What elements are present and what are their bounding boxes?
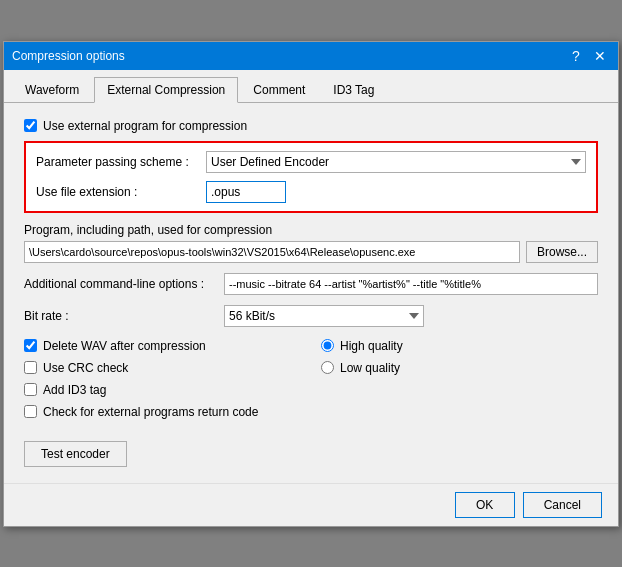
tab-external-compression[interactable]: External Compression [94, 77, 238, 103]
test-encoder-section: Test encoder [24, 441, 598, 467]
use-file-ext-label: Use file extension : [36, 185, 206, 199]
use-external-row: Use external program for compression [24, 119, 598, 133]
parameter-passing-row: Parameter passing scheme : User Defined … [36, 151, 586, 173]
quality-column: High quality Low quality [301, 339, 598, 427]
program-row: Program, including path, used for compre… [24, 223, 598, 263]
parameter-passing-select[interactable]: User Defined Encoder Lame MP3 Encoder OG… [206, 151, 586, 173]
cmdline-row: Additional command-line options : [24, 273, 598, 295]
use-crc-row: Use CRC check [24, 361, 301, 375]
tab-content-external-compression: Use external program for compression Par… [4, 103, 618, 483]
add-id3-label: Add ID3 tag [43, 383, 106, 397]
high-quality-row: High quality [321, 339, 598, 353]
title-bar-buttons: ? ✕ [566, 46, 610, 66]
delete-wav-row: Delete WAV after compression [24, 339, 301, 353]
browse-button[interactable]: Browse... [526, 241, 598, 263]
close-button[interactable]: ✕ [590, 46, 610, 66]
use-external-checkbox[interactable] [24, 119, 37, 132]
parameter-passing-label: Parameter passing scheme : [36, 155, 206, 169]
use-file-ext-input[interactable] [206, 181, 286, 203]
low-quality-radio[interactable] [321, 361, 334, 374]
program-label: Program, including path, used for compre… [24, 223, 598, 237]
help-button[interactable]: ? [566, 46, 586, 66]
high-quality-label: High quality [340, 339, 403, 353]
check-return-row: Check for external programs return code [24, 405, 301, 419]
low-quality-label: Low quality [340, 361, 400, 375]
cancel-button[interactable]: Cancel [523, 492, 602, 518]
dialog-title: Compression options [12, 49, 125, 63]
tab-id3-tag[interactable]: ID3 Tag [320, 77, 387, 103]
high-quality-radio[interactable] [321, 339, 334, 352]
delete-wav-label: Delete WAV after compression [43, 339, 206, 353]
bitrate-label: Bit rate : [24, 309, 224, 323]
bitrate-row: Bit rate : 32 kBit/s 40 kBit/s 48 kBit/s… [24, 305, 598, 327]
bitrate-select[interactable]: 32 kBit/s 40 kBit/s 48 kBit/s 56 kBit/s … [224, 305, 424, 327]
title-bar: Compression options ? ✕ [4, 42, 618, 70]
checkboxes-column: Delete WAV after compression Use CRC che… [24, 339, 301, 427]
add-id3-checkbox[interactable] [24, 383, 37, 396]
test-encoder-button[interactable]: Test encoder [24, 441, 127, 467]
program-path-input[interactable] [24, 241, 520, 263]
low-quality-row: Low quality [321, 361, 598, 375]
add-id3-row: Add ID3 tag [24, 383, 301, 397]
use-crc-label: Use CRC check [43, 361, 128, 375]
highlighted-section: Parameter passing scheme : User Defined … [24, 141, 598, 213]
check-return-label: Check for external programs return code [43, 405, 258, 419]
delete-wav-checkbox[interactable] [24, 339, 37, 352]
cmdline-label: Additional command-line options : [24, 277, 224, 291]
ok-button[interactable]: OK [455, 492, 515, 518]
use-external-label: Use external program for compression [43, 119, 247, 133]
tab-waveform[interactable]: Waveform [12, 77, 92, 103]
options-section: Delete WAV after compression Use CRC che… [24, 339, 598, 427]
cmdline-input[interactable] [224, 273, 598, 295]
check-return-checkbox[interactable] [24, 405, 37, 418]
compression-options-dialog: Compression options ? ✕ Waveform Externa… [3, 41, 619, 527]
use-file-ext-row: Use file extension : [36, 181, 586, 203]
program-input-row: Browse... [24, 241, 598, 263]
dialog-footer: OK Cancel [4, 483, 618, 526]
use-crc-checkbox[interactable] [24, 361, 37, 374]
tab-bar: Waveform External Compression Comment ID… [4, 70, 618, 103]
tab-comment[interactable]: Comment [240, 77, 318, 103]
